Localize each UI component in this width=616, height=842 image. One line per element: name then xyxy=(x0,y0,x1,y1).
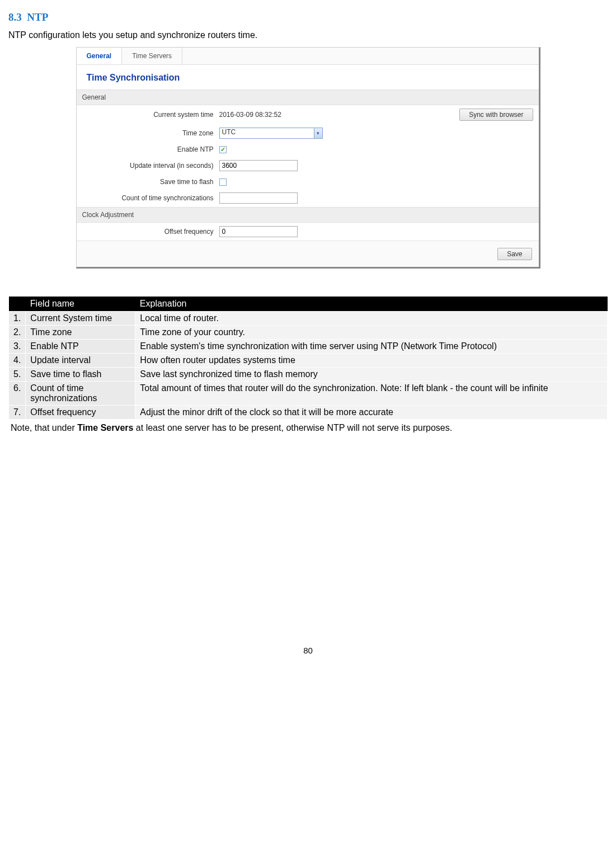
cell-exp: Time zone of your country. xyxy=(135,326,608,340)
header-explanation: Explanation xyxy=(135,297,608,312)
cell-exp: Enable system's time synchronization wit… xyxy=(135,340,608,354)
table-row: 3.Enable NTPEnable system's time synchro… xyxy=(9,340,608,354)
label-time-zone: Time zone xyxy=(82,129,219,137)
note-prefix: Note, that under xyxy=(11,423,77,432)
cell-num: 5. xyxy=(9,368,26,382)
cell-field: Count of time synchronizations xyxy=(26,382,135,406)
offset-freq-input[interactable] xyxy=(219,226,298,237)
table-row: 4.Update intervalHow often router update… xyxy=(9,354,608,368)
cell-field: Offset frequency xyxy=(26,406,135,420)
cell-field: Enable NTP xyxy=(26,340,135,354)
cell-field: Update interval xyxy=(26,354,135,368)
header-num xyxy=(9,297,26,312)
section-name: NTP xyxy=(27,11,48,23)
table-row: 6.Count of time synchronizationsTotal am… xyxy=(9,382,608,406)
cell-num: 7. xyxy=(9,406,26,420)
row-update-interval: Update interval (in seconds) xyxy=(77,157,539,175)
enable-ntp-checkbox[interactable] xyxy=(219,146,227,153)
cell-field: Time zone xyxy=(26,326,135,340)
cell-exp: Adjust the minor drift of the clock so t… xyxy=(135,406,608,420)
tab-time-servers[interactable]: Time Servers xyxy=(122,48,182,64)
section-number: 8.3 xyxy=(8,11,22,23)
row-offset-freq: Offset frequency xyxy=(77,223,539,241)
cell-num: 1. xyxy=(9,312,26,326)
cell-field: Save time to flash xyxy=(26,368,135,382)
cell-exp: How often router updates systems time xyxy=(135,354,608,368)
row-current-time: Current system time 2016-03-09 08:32:52 … xyxy=(77,105,539,124)
note-text: Note, that under Time Servers at least o… xyxy=(8,423,608,433)
cell-num: 3. xyxy=(9,340,26,354)
ntp-config-panel: General Time Servers Time Synchronisatio… xyxy=(76,47,540,269)
cell-field: Current System time xyxy=(26,312,135,326)
table-row: 2.Time zoneTime zone of your country. xyxy=(9,326,608,340)
row-save-flash: Save time to flash xyxy=(77,175,539,189)
label-update-interval: Update interval (in seconds) xyxy=(82,162,219,170)
note-bold: Time Servers xyxy=(77,423,133,432)
sync-button[interactable]: Sync with browser xyxy=(459,109,533,121)
tab-bar: General Time Servers xyxy=(77,48,539,65)
intro-paragraph: NTP configuration lets you setup and syn… xyxy=(8,30,608,40)
cell-num: 2. xyxy=(9,326,26,340)
label-current-time: Current system time xyxy=(82,111,219,119)
label-count-sync: Count of time synchronizations xyxy=(82,194,219,202)
label-save-flash: Save time to flash xyxy=(82,178,219,186)
chevron-down-icon[interactable]: ▾ xyxy=(314,128,323,139)
group-clock-header: Clock Adjustment xyxy=(77,207,539,223)
table-row: 5.Save time to flashSave last synchroniz… xyxy=(9,368,608,382)
save-button[interactable]: Save xyxy=(497,248,532,260)
cell-exp: Total amount of times that router will d… xyxy=(135,382,608,406)
group-general-header: General xyxy=(77,90,539,105)
table-row: 1.Current System timeLocal time of route… xyxy=(9,312,608,326)
panel-heading: Time Synchronisation xyxy=(77,65,539,90)
header-field: Field name xyxy=(26,297,135,312)
note-suffix: at least one server has to be present, o… xyxy=(133,423,452,432)
count-sync-input[interactable] xyxy=(219,192,298,204)
row-count-sync: Count of time synchronizations xyxy=(77,189,539,207)
cell-num: 6. xyxy=(9,382,26,406)
panel-footer: Save xyxy=(77,241,539,267)
description-table: Field name Explanation 1.Current System … xyxy=(8,297,608,420)
label-offset-freq: Offset frequency xyxy=(82,228,219,236)
cell-exp: Save last synchronized time to flash mem… xyxy=(135,368,608,382)
row-time-zone: Time zone UTC▾ xyxy=(77,124,539,142)
update-interval-input[interactable] xyxy=(219,160,298,171)
row-enable-ntp: Enable NTP xyxy=(77,142,539,157)
table-header-row: Field name Explanation xyxy=(9,297,608,312)
table-row: 7.Offset frequencyAdjust the minor drift… xyxy=(9,406,608,420)
section-title: 8.3 NTP xyxy=(8,11,608,23)
value-current-time: 2016-03-09 08:32:52 xyxy=(219,111,281,119)
label-enable-ntp: Enable NTP xyxy=(82,145,219,153)
save-flash-checkbox[interactable] xyxy=(219,178,227,186)
cell-num: 4. xyxy=(9,354,26,368)
timezone-select[interactable]: UTC xyxy=(219,128,314,139)
tab-general[interactable]: General xyxy=(77,48,123,64)
cell-exp: Local time of router. xyxy=(135,312,608,326)
page-number: 80 xyxy=(8,646,608,655)
